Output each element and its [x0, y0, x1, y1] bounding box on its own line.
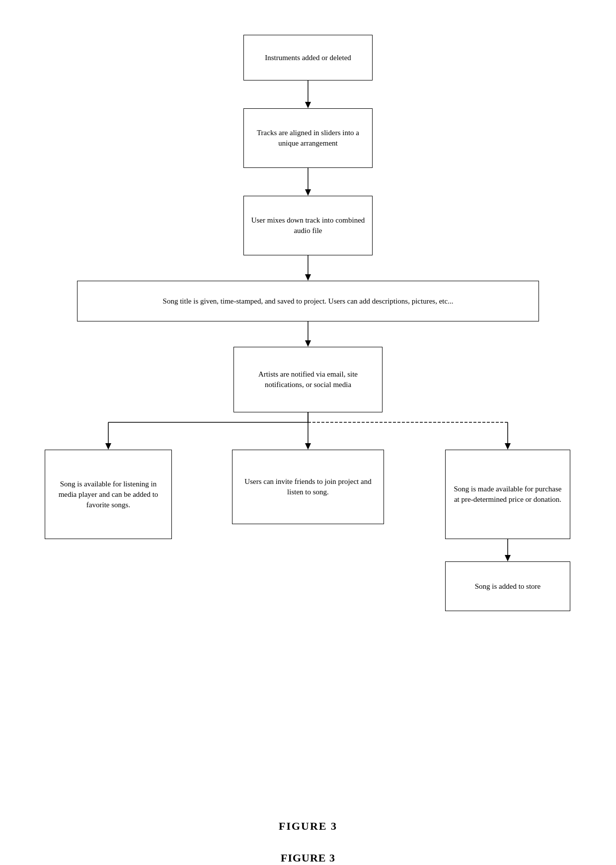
svg-marker-5: [305, 274, 311, 281]
mixes-box: User mixes down track into combined audi…: [243, 196, 373, 255]
instruments-text: Instruments added or deleted: [265, 53, 351, 63]
svg-marker-16: [505, 443, 511, 450]
svg-marker-13: [305, 443, 311, 450]
figure-label: FIGURE 3: [281, 852, 335, 865]
flowchart: Instruments added or deleted Tracks are …: [35, 20, 581, 805]
store-box: Song is added to store: [445, 561, 570, 611]
invite-text: Users can invite friends to join project…: [238, 476, 378, 497]
listening-text: Song is available for listening in media…: [51, 479, 165, 510]
mixes-text: User mixes down track into combined audi…: [250, 215, 366, 236]
store-text: Song is added to store: [475, 581, 541, 592]
artists-text: Artists are notified via email, site not…: [240, 369, 376, 390]
artists-box: Artists are notified via email, site not…: [233, 347, 383, 412]
svg-marker-1: [305, 102, 311, 108]
songtitle-text: Song title is given, time-stamped, and s…: [163, 296, 454, 307]
instruments-box: Instruments added or deleted: [243, 35, 373, 80]
svg-marker-7: [305, 340, 311, 347]
purchase-box: Song is made available for purchase at p…: [445, 450, 570, 539]
svg-marker-18: [505, 555, 511, 561]
svg-marker-11: [105, 443, 111, 450]
listening-box: Song is available for listening in media…: [45, 450, 172, 539]
songtitle-box: Song title is given, time-stamped, and s…: [77, 281, 539, 321]
invite-box: Users can invite friends to join project…: [232, 450, 384, 524]
diagram-container: Instruments added or deleted Tracks are …: [0, 0, 616, 865]
figure-caption: FIGURE 3: [279, 820, 337, 833]
svg-marker-3: [305, 189, 311, 196]
tracks-box: Tracks are aligned in sliders into a uni…: [243, 108, 373, 168]
tracks-text: Tracks are aligned in sliders into a uni…: [250, 128, 366, 149]
purchase-text: Song is made available for purchase at p…: [452, 484, 564, 505]
